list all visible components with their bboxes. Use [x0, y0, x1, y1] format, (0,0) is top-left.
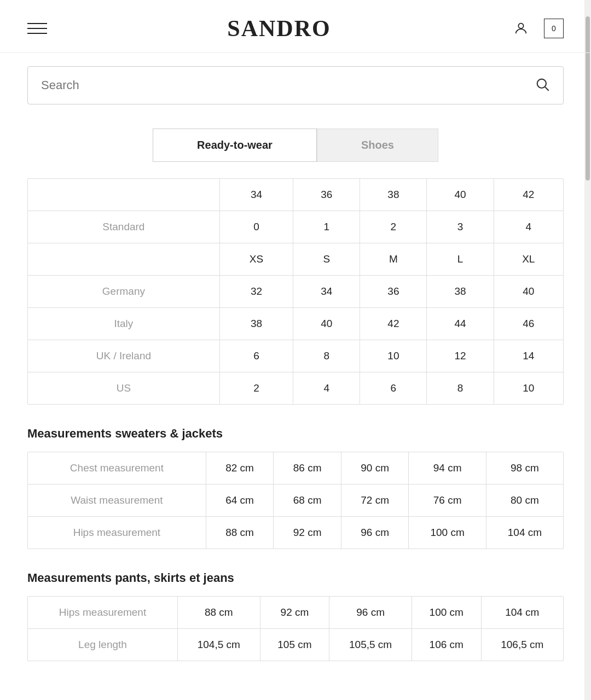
row-label [28, 179, 219, 211]
table-cell: 86 cm [274, 452, 341, 485]
pants-table: Hips measurement 88 cm 92 cm 96 cm 100 c… [28, 597, 563, 661]
table-cell: 92 cm [274, 517, 341, 549]
scrollbar[interactable] [584, 0, 591, 700]
table-cell: 92 cm [260, 597, 329, 629]
header: SANDRO 0 [0, 0, 591, 53]
table-cell: 0 [219, 211, 293, 243]
table-cell: 36 [360, 276, 427, 308]
table-cell: M [360, 243, 427, 276]
table-cell: 12 [427, 340, 494, 372]
table-cell: 40 [293, 308, 360, 340]
table-row: Standard 0 1 2 3 4 [28, 211, 563, 243]
row-label: Standard [28, 211, 219, 243]
row-label: Leg length [28, 629, 177, 661]
table-cell: 106 cm [412, 629, 481, 661]
table-cell: 76 cm [409, 485, 486, 517]
table-cell: 10 [360, 340, 427, 372]
table-row: UK / Ireland 6 8 10 12 14 [28, 340, 563, 372]
table-cell: 6 [219, 340, 293, 372]
table-cell: 105,5 cm [329, 629, 412, 661]
table-row: XS S M L XL [28, 243, 563, 276]
size-table-wrapper: 34 36 38 40 42 Standard 0 1 2 3 4 [27, 178, 564, 405]
table-cell: 46 [494, 308, 563, 340]
table-cell: 106,5 cm [481, 629, 563, 661]
table-cell: 38 [360, 179, 427, 211]
table-cell: 88 cm [177, 597, 260, 629]
row-label: Germany [28, 276, 219, 308]
table-cell: 6 [360, 372, 427, 405]
row-label: UK / Ireland [28, 340, 219, 372]
table-cell: 4 [293, 372, 360, 405]
table-cell: 3 [427, 211, 494, 243]
row-label [28, 243, 219, 276]
table-cell: 38 [219, 308, 293, 340]
sweaters-table: Chest measurement 82 cm 86 cm 90 cm 94 c… [28, 452, 563, 549]
search-icon[interactable] [535, 77, 550, 94]
table-cell: 4 [494, 211, 563, 243]
sweaters-table-wrapper: Chest measurement 82 cm 86 cm 90 cm 94 c… [27, 452, 564, 549]
table-row: Hips measurement 88 cm 92 cm 96 cm 100 c… [28, 517, 563, 549]
table-cell: S [293, 243, 360, 276]
table-cell: 72 cm [341, 485, 409, 517]
search-input[interactable] [41, 78, 535, 92]
row-label: Chest measurement [28, 452, 206, 485]
table-cell: 94 cm [409, 452, 486, 485]
table-cell: XL [494, 243, 563, 276]
table-cell: 34 [219, 179, 293, 211]
sweaters-section-title: Measurements sweaters & jackets [27, 427, 564, 441]
row-label: Italy [28, 308, 219, 340]
account-icon[interactable] [511, 19, 531, 38]
tabs-container: Ready-to-wear Shoes [27, 129, 564, 162]
table-cell: 34 [293, 276, 360, 308]
table-cell: 96 cm [329, 597, 412, 629]
row-label: US [28, 372, 219, 405]
row-label: Hips measurement [28, 517, 206, 549]
svg-line-2 [545, 87, 548, 90]
table-cell: 82 cm [206, 452, 274, 485]
table-cell: 2 [219, 372, 293, 405]
table-row: Italy 38 40 42 44 46 [28, 308, 563, 340]
table-cell: 40 [494, 276, 563, 308]
row-label: Hips measurement [28, 597, 177, 629]
table-cell: 14 [494, 340, 563, 372]
table-cell: 42 [494, 179, 563, 211]
table-cell: 42 [360, 308, 427, 340]
cart-button[interactable]: 0 [544, 19, 564, 38]
search-container [0, 53, 591, 118]
pants-section-title: Measurements pants, skirts et jeans [27, 571, 564, 585]
hamburger-menu[interactable] [27, 23, 60, 34]
table-cell: 32 [219, 276, 293, 308]
table-cell: 100 cm [412, 597, 481, 629]
table-cell: 8 [293, 340, 360, 372]
table-cell: 100 cm [409, 517, 486, 549]
table-row: 34 36 38 40 42 [28, 179, 563, 211]
tab-ready-to-wear[interactable]: Ready-to-wear [153, 129, 317, 162]
table-row: US 2 4 6 8 10 [28, 372, 563, 405]
table-cell: 1 [293, 211, 360, 243]
table-cell: XS [219, 243, 293, 276]
table-cell: 104 cm [486, 517, 563, 549]
row-label: Waist measurement [28, 485, 206, 517]
cart-count: 0 [552, 24, 556, 33]
table-row: Chest measurement 82 cm 86 cm 90 cm 94 c… [28, 452, 563, 485]
table-cell: 98 cm [486, 452, 563, 485]
brand-logo[interactable]: SANDRO [60, 15, 498, 42]
table-cell: 88 cm [206, 517, 274, 549]
svg-point-0 [518, 24, 523, 28]
table-cell: 36 [293, 179, 360, 211]
table-row: Leg length 104,5 cm 105 cm 105,5 cm 106 … [28, 629, 563, 661]
table-row: Waist measurement 64 cm 68 cm 72 cm 76 c… [28, 485, 563, 517]
tab-shoes[interactable]: Shoes [317, 129, 438, 162]
table-cell: 90 cm [341, 452, 409, 485]
table-cell: 96 cm [341, 517, 409, 549]
table-row: Germany 32 34 36 38 40 [28, 276, 563, 308]
table-cell: 104 cm [481, 597, 563, 629]
table-cell: 2 [360, 211, 427, 243]
table-cell: 64 cm [206, 485, 274, 517]
pants-table-wrapper: Hips measurement 88 cm 92 cm 96 cm 100 c… [27, 596, 564, 661]
header-right: 0 [498, 19, 564, 38]
size-table: 34 36 38 40 42 Standard 0 1 2 3 4 [28, 179, 563, 404]
table-cell: 10 [494, 372, 563, 405]
main-content: 34 36 38 40 42 Standard 0 1 2 3 4 [0, 178, 591, 700]
header-left [27, 23, 60, 34]
